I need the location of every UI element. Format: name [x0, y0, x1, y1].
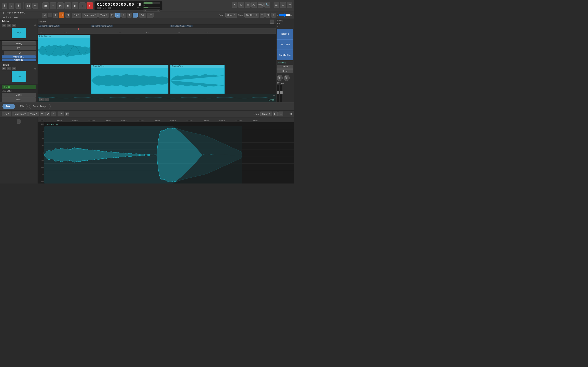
clip-b01[interactable]: Print B#01 ∞ [91, 65, 168, 94]
out-button[interactable]: OUT [251, 2, 257, 8]
tab-smart-tempo[interactable]: Smart Tempo [29, 104, 51, 109]
mastering-solo[interactable]: S [44, 98, 49, 101]
frame-btn[interactable]: ⊡ [65, 13, 70, 17]
group-btn-right[interactable]: Group [277, 65, 293, 69]
read-btn-right[interactable]: Read [277, 69, 293, 73]
h-button[interactable]: H [59, 12, 64, 18]
plugin-section-b: Dthr Stereo Out Group Read [0, 84, 38, 102]
hd-bar-container [144, 7, 160, 8]
bottom-selector-btn[interactable]: ↖▾ [58, 111, 64, 117]
zoom-range[interactable] [278, 14, 291, 17]
fader-handle-right[interactable] [277, 91, 279, 94]
volume-knob-right[interactable] [277, 75, 283, 81]
fader-handle-right2[interactable] [280, 91, 283, 94]
view-dropdown[interactable]: View ▾ [98, 13, 109, 17]
setting-btn-a[interactable]: Setting [2, 42, 36, 45]
clip-a02[interactable]: Print A#02 ∞ [38, 35, 90, 64]
routing-button[interactable]: ⇄ [287, 2, 292, 8]
drag-value[interactable]: Shuffle L ▾ [244, 13, 259, 17]
auto-button[interactable]: AUTO [258, 2, 264, 8]
stop-button[interactable]: ■ [65, 2, 71, 9]
track-a-rec[interactable]: R [12, 24, 16, 27]
tab-file[interactable]: File [17, 104, 27, 109]
forward-button[interactable]: ⏭ [50, 2, 56, 9]
drag-label: Drag: [238, 14, 243, 16]
add-track-btn[interactable]: + [48, 13, 52, 17]
add-marker-btn[interactable]: + [270, 20, 274, 24]
io-button[interactable]: I/O [238, 2, 244, 8]
bottom-snap-value[interactable]: Smart ▾ [260, 111, 272, 117]
bottom-loop-btn[interactable]: ↺ [45, 111, 50, 117]
help-button[interactable]: ? [9, 3, 14, 8]
pencil-tool[interactable]: ✏ [121, 13, 126, 17]
capture-button[interactable]: ⬇ [16, 3, 21, 8]
rewind-button[interactable]: ⏮ [43, 2, 49, 9]
insight2-btn[interactable]: Insight 2 [277, 29, 293, 39]
tonal-btn[interactable]: Tonal Bala [277, 39, 293, 50]
in-button[interactable]: IN [245, 2, 251, 8]
bottom-view-btn[interactable]: View ▾ [28, 111, 39, 117]
snap-section: Snap: Smart ▾ Drag: Shuffle L ▾ ⊟ ⊡ ↕ ● … [219, 13, 292, 17]
plugin-section-a: Setting EQ ∞ Lvl Ozone 11 M Ozone 11 [0, 41, 38, 62]
clip-b01-header: Print B#01 ∞ [91, 65, 168, 68]
knob-indicator-right [278, 76, 280, 78]
mixer-button[interactable]: ⚏ [26, 3, 31, 8]
play-selection-button[interactable]: ▶| [57, 2, 64, 9]
volume-knob-right2[interactable] [284, 75, 290, 81]
read-btn-left[interactable]: Read [2, 98, 36, 101]
track-b-mute[interactable]: M [2, 67, 6, 70]
close-button[interactable]: ✕ [232, 2, 237, 8]
back-btn[interactable]: ◀ [42, 13, 47, 17]
track-a-solo[interactable]: S [7, 24, 11, 27]
bottom-zoom-slider: ← → [284, 113, 289, 115]
dthr-dot [8, 86, 10, 88]
dthr-btn[interactable]: Dthr [2, 85, 36, 89]
group-btn-left[interactable]: Group [2, 93, 36, 97]
bottom-zoom-fit-btn[interactable]: ⊡ [278, 111, 283, 117]
pause-button[interactable]: ⏸ [79, 2, 86, 9]
snap-value[interactable]: Smart ▾ [225, 13, 237, 17]
tab-track[interactable]: Track [2, 104, 15, 109]
list-btn-active[interactable]: ≡ [115, 13, 120, 17]
time-11: 1:09:27 [203, 120, 209, 122]
bottom-zoom-btn[interactable]: ⊟ [273, 111, 278, 117]
functions-dropdown[interactable]: Functions ▾ [82, 13, 98, 17]
bottom-add-btn[interactable]: +▾ [65, 112, 69, 116]
eq-btn-a[interactable]: EQ [2, 46, 36, 50]
pencil-button[interactable]: ✏ [33, 3, 38, 8]
bottom-edit-btn[interactable]: Edit ▾ [2, 111, 11, 117]
ozone11m-btn[interactable]: Ozone 11 M [2, 55, 36, 58]
zoom-height-btn[interactable]: ↕ [271, 13, 276, 17]
edit-label: Edit [73, 14, 77, 16]
play-button[interactable]: ▶ [72, 2, 78, 9]
track-a-mute[interactable]: M [2, 24, 6, 27]
copy-btn[interactable]: ⧉ [53, 13, 58, 17]
track-b-rec[interactable]: R [12, 67, 16, 70]
zoom-fit-btn[interactable]: ⊡ [265, 13, 270, 17]
edit-dropdown[interactable]: Edit ▾ [72, 13, 81, 17]
zoom-out-btn[interactable]: ⊟ [260, 13, 265, 17]
info-button[interactable]: ℹ [2, 3, 7, 8]
cursor-tool[interactable]: ↖▾ [139, 13, 146, 17]
song3-label: 03_Song Name_Artist [170, 25, 192, 27]
active-tool[interactable]: ✦ [133, 13, 138, 17]
grid-view-button[interactable]: ⊟ [280, 2, 286, 8]
plugin-button[interactable]: 🔧 [264, 2, 270, 8]
bottom-functions-btn[interactable]: Functions ▾ [12, 111, 27, 117]
grid-btn[interactable]: ⊞ [110, 13, 114, 17]
ghz-btn[interactable]: Ghz CanOpe [277, 50, 293, 60]
hd-select[interactable]: HD [144, 9, 160, 12]
clip-a04[interactable]: Print A#04 ∞ [170, 65, 225, 94]
mastering-mute[interactable]: M [39, 98, 44, 101]
list-view-button[interactable]: ☰ [274, 2, 279, 8]
lvl-btn-a[interactable]: Lvl [4, 51, 36, 55]
ozone11-btn[interactable]: Ozone 11 [2, 58, 36, 61]
track-b-solo[interactable]: S [7, 67, 11, 70]
clip-a04-label: Print A#04 [172, 65, 181, 67]
cursor-tool-2[interactable]: ✂▾ [147, 13, 154, 17]
bottom-cursor-btn[interactable]: ↖ [51, 111, 56, 117]
bottom-expand-btn[interactable]: ↗ [17, 119, 21, 124]
record-button[interactable]: ● [86, 2, 93, 9]
loop-tool[interactable]: ↺ [127, 13, 132, 17]
bottom-pencil-btn[interactable]: ✏ [40, 111, 44, 117]
